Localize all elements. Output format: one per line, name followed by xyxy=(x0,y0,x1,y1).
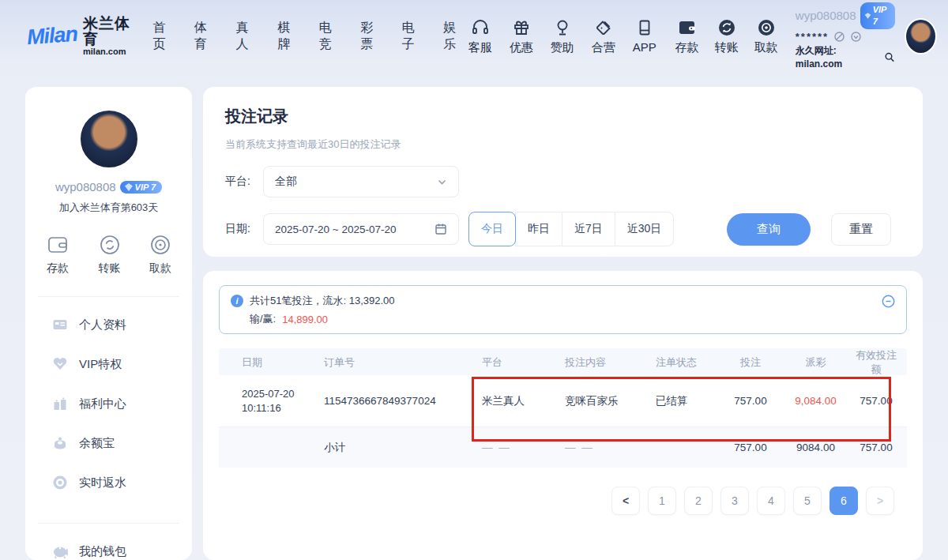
date-range-value: 2025-07-20 ~ 2025-07-20 xyxy=(275,224,397,235)
range-30days-button[interactable]: 近30日 xyxy=(615,212,675,246)
nav-entertainment[interactable]: 娱乐 xyxy=(443,20,464,53)
service-label: 客服 xyxy=(468,40,492,55)
collapse-icon[interactable] xyxy=(882,295,895,308)
menu-label: 实时返水 xyxy=(79,475,126,490)
vip-badge: VIP 7 xyxy=(860,2,895,29)
cell-content: 竞咪百家乐 xyxy=(565,394,656,408)
col-content: 投注内容 xyxy=(565,355,656,370)
cell-status: 已结算 xyxy=(656,394,723,408)
quick-range-group: 今日 昨日 近7日 近30日 xyxy=(468,212,674,246)
range-7days-button[interactable]: 近7日 xyxy=(562,212,615,246)
col-bet: 投注 xyxy=(723,355,778,370)
rebate-icon xyxy=(52,475,68,490)
sidebar-item-welfare[interactable]: 福利中心 xyxy=(25,384,192,423)
summary-line1-label: 共计51笔投注，流水: xyxy=(250,295,346,306)
page-6-button[interactable]: 6 xyxy=(830,487,858,515)
sidebar-item-profile[interactable]: 个人资料 xyxy=(25,305,192,344)
main-nav: 首页 体育 真人 棋牌 电竞 彩票 电子 娱乐 xyxy=(152,20,463,53)
sidebar-withdraw[interactable]: 取款 xyxy=(149,234,171,276)
next-page-button[interactable]: > xyxy=(866,487,894,515)
service-shortcuts: 客服 优惠 赞助 合营 APP xyxy=(464,18,661,55)
subtotal-content: — — xyxy=(565,442,656,453)
nav-sports[interactable]: 体育 xyxy=(194,20,215,53)
query-button[interactable]: 查询 xyxy=(727,213,811,246)
sidebar-item-wallet[interactable]: 我的钱包 xyxy=(25,532,192,560)
top-header: Milan 米兰体育 milan.com 首页 体育 真人 棋牌 电竞 彩票 电… xyxy=(0,0,948,73)
cell-valid: 757.00 xyxy=(853,395,899,407)
range-today-button[interactable]: 今日 xyxy=(468,212,516,246)
date-label: 日期: xyxy=(225,222,263,236)
divider xyxy=(38,296,179,297)
vip-heart-icon xyxy=(52,356,68,372)
prev-page-button[interactable]: < xyxy=(611,487,640,515)
subtotal-label: 小计 xyxy=(324,441,482,455)
sidebar-deposit[interactable]: 存款 xyxy=(46,234,70,276)
nav-slots[interactable]: 电子 xyxy=(402,20,423,53)
nav-lottery[interactable]: 彩票 xyxy=(360,20,381,53)
menu-label: 我的钱包 xyxy=(79,544,126,559)
wallet-label: 存款 xyxy=(675,40,699,55)
page-2-button[interactable]: 2 xyxy=(684,487,713,515)
page-4-button[interactable]: 4 xyxy=(757,487,785,515)
eye-off-icon[interactable] xyxy=(833,31,845,43)
subtotal-valid: 757.00 xyxy=(853,442,899,453)
platform-select[interactable]: 全部 xyxy=(263,166,459,197)
records-card: i 共计51笔投注，流水: 13,392.00 输/赢: 14,899.00 日… xyxy=(203,271,923,560)
joined-days: 加入米兰体育第603天 xyxy=(25,201,192,215)
transfer-outline-icon xyxy=(99,234,121,256)
table-row[interactable]: 2025-07-20 10:11:16 1154736667849377024 … xyxy=(219,375,907,427)
sidebar-item-rebate[interactable]: 实时返水 xyxy=(25,463,192,502)
page-5-button[interactable]: 5 xyxy=(793,487,822,515)
logo[interactable]: Milan 米兰体育 milan.com xyxy=(27,16,132,56)
sidebar-transfer[interactable]: 转账 xyxy=(99,234,121,276)
header-deposit[interactable]: 存款 xyxy=(671,18,704,55)
service-sponsor[interactable]: 赞助 xyxy=(546,18,579,55)
welfare-icon xyxy=(52,396,68,412)
avatar[interactable] xyxy=(79,109,139,169)
yuebao-icon xyxy=(52,435,68,451)
service-app[interactable]: APP xyxy=(628,18,661,55)
service-partner[interactable]: 合营 xyxy=(587,18,620,55)
sidebar-item-vip[interactable]: VIP特权 xyxy=(25,344,192,384)
logo-text: 米兰体育 milan.com xyxy=(83,16,132,56)
nav-esports[interactable]: 电竞 xyxy=(319,20,340,53)
cell-date: 2025-07-20 10:11:16 xyxy=(242,387,324,415)
logo-script: Milan xyxy=(26,22,78,50)
service-support[interactable]: 客服 xyxy=(464,18,497,55)
sidebar-username: wyp080808 xyxy=(55,180,116,194)
headset-icon xyxy=(471,18,490,37)
header-withdraw[interactable]: 取款 xyxy=(750,18,783,55)
menu-label: VIP特权 xyxy=(79,357,122,372)
subtotal-row: 小计 — — — — 757.00 9084.00 757.00 xyxy=(219,427,907,468)
sidebar-item-yuebao[interactable]: 余额宝 xyxy=(25,423,192,463)
page-3-button[interactable]: 3 xyxy=(720,487,749,515)
vip-badge-label: VIP 7 xyxy=(135,182,156,192)
action-label: 存款 xyxy=(47,261,69,276)
service-promo[interactable]: 优惠 xyxy=(505,18,538,55)
header-transfer[interactable]: 转账 xyxy=(710,18,743,55)
action-label: 转账 xyxy=(99,261,121,276)
vip-badge-label: VIP 7 xyxy=(873,4,889,28)
platform-label: 平台: xyxy=(225,175,263,189)
menu-label: 余额宝 xyxy=(79,436,115,451)
action-label: 取款 xyxy=(149,261,171,276)
nav-cards[interactable]: 棋牌 xyxy=(277,20,298,53)
reset-button[interactable]: 重置 xyxy=(831,213,891,246)
calendar-icon xyxy=(434,223,447,235)
page-1-button[interactable]: 1 xyxy=(648,487,676,515)
logo-domain: milan.com xyxy=(83,47,132,57)
magnifier-icon[interactable] xyxy=(884,51,895,63)
avatar[interactable] xyxy=(905,18,937,54)
page-title: 投注记录 xyxy=(225,106,907,127)
phone-icon xyxy=(635,18,654,37)
service-label: 优惠 xyxy=(510,40,533,55)
nav-home[interactable]: 首页 xyxy=(152,20,173,53)
nav-live[interactable]: 真人 xyxy=(236,20,257,53)
date-range-input[interactable]: 2025-07-20 ~ 2025-07-20 xyxy=(263,213,459,245)
refresh-circle-icon[interactable] xyxy=(850,31,862,43)
range-yesterday-button[interactable]: 昨日 xyxy=(515,212,562,246)
bet-records-table: 日期 订单号 平台 投注内容 注单状态 投注 派彩 有效投注额 2025-07-… xyxy=(219,348,907,468)
trophy-icon xyxy=(553,18,572,37)
filters-card: 投注记录 当前系统支持查询最近30日的投注记录 平台: 全部 日期: 2025-… xyxy=(203,87,923,257)
username[interactable]: wyp080808 xyxy=(796,8,856,24)
